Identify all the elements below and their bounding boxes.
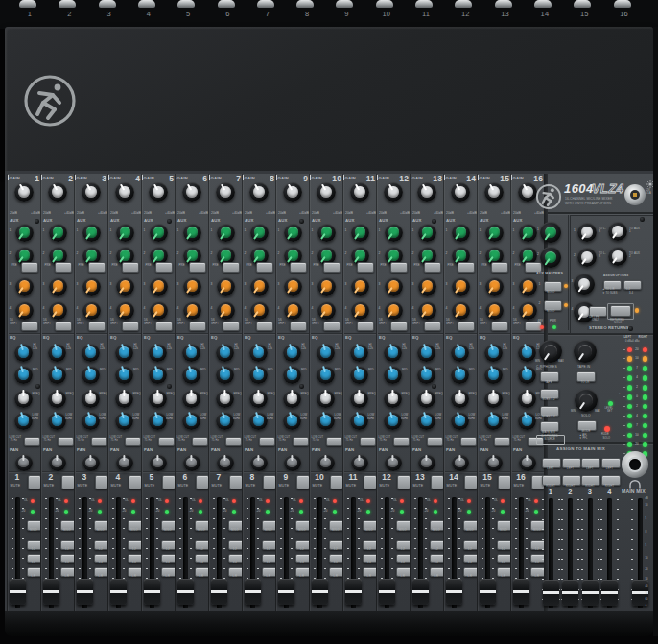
aux4-knob[interactable] [150,301,168,320]
eq-freq-knob[interactable] [451,390,469,408]
aux3-knob[interactable] [150,277,168,296]
eq-low-knob[interactable] [350,412,368,430]
eq-hi-knob[interactable] [216,344,234,362]
mute-button[interactable] [229,475,244,490]
aux4-knob[interactable] [116,301,134,320]
gain-knob[interactable] [149,182,168,202]
lowcut-button[interactable] [393,437,411,447]
channel-fader[interactable] [480,579,496,605]
lowcut-button[interactable] [293,437,310,447]
mute-button[interactable] [397,475,411,490]
sub-fader[interactable] [582,580,599,606]
eq-hi-knob[interactable] [317,344,335,362]
eq-mid-knob[interactable] [14,366,33,384]
eq-mid-knob[interactable] [518,366,536,384]
aux1-knob[interactable] [116,224,134,242]
channel-fader[interactable] [312,579,328,605]
pre-button[interactable] [458,262,475,273]
pan-knob[interactable] [351,454,368,471]
lowcut-button[interactable] [158,437,176,447]
aux-shift-button[interactable] [189,322,206,332]
return-2-knob[interactable] [577,248,597,267]
lowcut-button[interactable] [460,437,478,447]
eq-freq-knob[interactable] [518,390,536,408]
aux3-knob[interactable] [317,277,336,296]
pre-button[interactable] [21,262,38,273]
channel-fader[interactable] [144,579,160,605]
channel-fader[interactable] [211,579,227,605]
pre-button[interactable] [491,262,508,273]
aux-shift-button[interactable] [491,322,508,332]
pan-knob[interactable] [485,454,503,471]
gain-knob[interactable] [115,182,134,202]
sub-fader[interactable] [543,580,559,606]
eq-low-knob[interactable] [14,412,33,430]
pan-knob[interactable] [82,454,100,471]
gain-knob[interactable] [518,182,537,202]
eq-mid-knob[interactable] [350,366,368,384]
eq-freq-knob[interactable] [283,390,301,408]
aux1-knob[interactable] [385,224,403,242]
lowcut-button[interactable] [259,437,276,447]
eq-hi-knob[interactable] [484,344,503,362]
pan-knob[interactable] [385,454,402,471]
mute-button[interactable] [196,475,210,490]
pre-button[interactable] [323,262,341,273]
aux-master-1-knob[interactable] [540,222,561,243]
mute-button[interactable] [364,475,378,490]
aux3-knob[interactable] [519,277,537,296]
return-to-aux1-knob[interactable] [608,222,627,241]
aux4-knob[interactable] [217,301,235,320]
eq-freq-knob[interactable] [249,390,268,408]
aux-shift-button[interactable] [458,322,475,332]
lowcut-button[interactable] [225,437,243,447]
sub-fader[interactable] [601,580,618,606]
aux-shift-button[interactable] [88,322,106,332]
solo-level-knob[interactable] [575,389,598,412]
eq-hi-knob[interactable] [451,344,469,362]
eq-hi-knob[interactable] [350,344,368,362]
aux3-knob[interactable] [49,277,67,296]
pan-knob[interactable] [116,454,133,471]
aux1-knob[interactable] [82,224,101,242]
eq-low-knob[interactable] [115,412,133,430]
pre-button[interactable] [424,262,441,273]
eq-mid-knob[interactable] [82,366,100,384]
aux1-knob[interactable] [15,224,34,242]
eq-low-knob[interactable] [216,412,234,430]
aux1-knob[interactable] [351,224,369,242]
aux-shift-button[interactable] [55,322,72,332]
eq-freq-knob[interactable] [182,390,200,408]
aux1-knob[interactable] [49,224,67,242]
pan-knob[interactable] [150,454,167,471]
mute-button[interactable] [61,475,76,490]
channel-fader[interactable] [379,579,395,605]
aux-shift-button[interactable] [256,322,273,332]
aux3-knob[interactable] [284,277,302,296]
aux3-knob[interactable] [351,277,369,296]
eq-hi-knob[interactable] [182,344,200,362]
aux3-knob[interactable] [116,277,134,296]
eq-freq-knob[interactable] [417,390,435,408]
eq-mid-knob[interactable] [283,366,301,384]
eq-low-knob[interactable] [249,412,268,430]
eq-low-knob[interactable] [149,412,167,430]
aux4-knob[interactable] [183,301,201,320]
aux3-knob[interactable] [485,277,504,296]
aux-shift-button[interactable] [323,322,341,332]
mute-button[interactable] [498,475,512,490]
channel-fader[interactable] [513,579,529,605]
eq-freq-knob[interactable] [216,390,234,408]
pre-button[interactable] [390,262,408,273]
aux4-knob[interactable] [284,301,302,320]
aux1-knob[interactable] [485,224,504,242]
eq-hi-knob[interactable] [249,344,268,362]
pre-button[interactable] [256,262,273,273]
gain-knob[interactable] [182,182,201,202]
lowcut-button[interactable] [326,437,343,447]
aux-shift-button[interactable] [390,322,408,332]
eq-low-knob[interactable] [384,412,402,430]
lowcut-button[interactable] [24,437,41,447]
eq-mid-knob[interactable] [317,366,335,384]
aux1-knob[interactable] [284,224,302,242]
